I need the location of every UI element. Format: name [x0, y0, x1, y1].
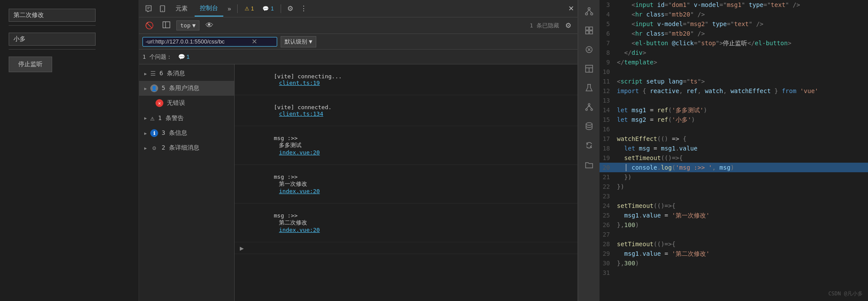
- extensions-icon[interactable]: [581, 23, 597, 38]
- line-num-9: 9: [600, 57, 617, 67]
- arrow-icon: ▶: [144, 71, 147, 76]
- level-select[interactable]: 默认级别 ▼: [281, 36, 316, 47]
- line-code-18: let msg = msg1.value: [617, 144, 868, 153]
- issues-label: 1 个问题：: [142, 53, 172, 61]
- inspect-icon[interactable]: [142, 3, 155, 14]
- devtools-issues: 1 个问题： 💬 1: [139, 50, 577, 64]
- more-tabs-button[interactable]: »: [225, 3, 234, 14]
- tree-icon[interactable]: [581, 99, 597, 115]
- hidden-count: 1 条已隐藏: [530, 22, 559, 30]
- log-value-1: 多多测试: [279, 142, 301, 148]
- msg2-input[interactable]: 小多: [9, 33, 96, 46]
- database-icon[interactable]: [581, 118, 597, 134]
- console-settings-icon[interactable]: ⚙: [563, 20, 574, 30]
- arrow-icon-verbose: ▶: [144, 146, 147, 150]
- msg1-input[interactable]: 第二次修改: [9, 9, 96, 22]
- git-icon[interactable]: [581, 3, 597, 19]
- log-source-2[interactable]: index.vue:20: [279, 188, 320, 194]
- console-entry-vite-connected: [vite] connected. client.ts:134: [235, 95, 577, 126]
- line-num-30: 30: [600, 258, 617, 268]
- clear-console-icon[interactable]: 🚫: [142, 20, 156, 30]
- sidebar-item-user[interactable]: ▶ 👤 5 条用户消息: [139, 81, 234, 96]
- tab-elements[interactable]: 元素: [170, 1, 193, 16]
- line-num-31: 31: [600, 268, 617, 278]
- device-icon[interactable]: [156, 3, 169, 14]
- code-line-29: 29 msg1.value = '第二次修改': [600, 249, 868, 258]
- line-num-28: 28: [600, 239, 617, 249]
- vite-connect-source[interactable]: client.ts:19: [279, 80, 320, 86]
- filter-input[interactable]: -url:http://127.0.0.1:5500/css/bc: [146, 38, 250, 45]
- line-code-20: │ console.log('msg :>> ', msg): [617, 163, 868, 172]
- log-source-3[interactable]: index.vue:20: [279, 227, 320, 233]
- sidebar-item-verbose[interactable]: ▶ ⚙ 2 条详细消息: [139, 140, 234, 155]
- log-prefix-3: msg :>>: [274, 212, 298, 219]
- line-code-4: <hr class="mtb20" />: [617, 10, 868, 19]
- sidebar-user-label: 5 条用户消息: [162, 84, 199, 92]
- refresh-icon[interactable]: [581, 137, 597, 153]
- sidebar-item-info[interactable]: ▶ ℹ 3 条信息: [139, 126, 234, 140]
- console-msg-log-2: msg :>> 第一次修改 index.vue:20: [240, 167, 572, 201]
- code-editor: 3 <input id="dom1" v-model="msg1" type="…: [600, 0, 868, 301]
- console-msg-vite-connected: [vite] connected. client.ts:134: [240, 97, 572, 124]
- line-code-15: let msg2 = ref('小多'): [617, 115, 868, 124]
- code-line-12: 12 import { reactive, ref, watch, watchE…: [600, 86, 868, 96]
- flask-icon[interactable]: [581, 80, 597, 96]
- line-num-16: 16: [600, 124, 617, 134]
- svg-line-22: [589, 105, 592, 109]
- line-code-26: },100): [617, 220, 868, 230]
- vite-connected-source[interactable]: client.ts:134: [279, 110, 323, 117]
- expand-arrow-button[interactable]: ▶: [240, 245, 244, 251]
- more-options-icon[interactable]: ⋮: [298, 3, 310, 14]
- context-select[interactable]: top ▼: [176, 20, 199, 30]
- debug-icon[interactable]: [581, 42, 597, 57]
- stop-button[interactable]: 停止监听: [9, 57, 52, 72]
- sidebar-item-all[interactable]: ▶ ☰ 6 条消息: [139, 66, 234, 81]
- code-line-8: 8 </div>: [600, 48, 868, 57]
- code-line-11: 11 <script setup lang="ts">: [600, 77, 868, 86]
- code-line-28: 28 setTimeout(()=>{: [600, 239, 868, 249]
- eye-icon[interactable]: 👁: [203, 20, 216, 31]
- code-line-14: 14 let msg1 = ref('多多测试'): [600, 105, 868, 115]
- code-line-18: 18 let msg = msg1.value: [600, 144, 868, 153]
- line-num-14: 14: [600, 105, 617, 115]
- context-label: top: [180, 22, 190, 29]
- svg-point-18: [588, 104, 590, 105]
- line-code-21: }): [617, 172, 868, 182]
- log-value-2: 第一次修改: [279, 181, 307, 187]
- filter-clear-button[interactable]: ✕: [252, 38, 257, 45]
- code-line-6: 6 <hr class="mtb20" />: [600, 29, 868, 38]
- settings-icon[interactable]: ⚙: [285, 3, 296, 14]
- line-code-28: setTimeout(()=>{: [617, 239, 868, 249]
- svg-point-5: [585, 13, 587, 15]
- input-group-2: 小多: [9, 33, 130, 50]
- console-msg-log-3: msg :>> 第二次修改 index.vue:20: [240, 206, 572, 240]
- issue-badge[interactable]: 💬 1: [176, 53, 192, 61]
- line-num-27: 27: [600, 230, 617, 239]
- line-num-26: 26: [600, 220, 617, 230]
- sidebar-item-warnings[interactable]: ▶ ⚠️ 1 条警告: [139, 110, 234, 126]
- console-expand-entry: ▶: [235, 242, 577, 254]
- tab-console[interactable]: 控制台: [195, 1, 223, 17]
- log-source-1[interactable]: index.vue:20: [279, 149, 320, 156]
- folder-icon[interactable]: [581, 157, 597, 172]
- sidebar-item-errors[interactable]: ✕ 无错误: [139, 96, 234, 110]
- code-line-27: 27: [600, 230, 868, 239]
- sidebar-toggle-icon[interactable]: [160, 20, 173, 31]
- line-num-24: 24: [600, 201, 617, 211]
- close-devtools-button[interactable]: ✕: [568, 4, 574, 13]
- vscode-sidebar: [578, 0, 600, 301]
- code-line-13: 13: [600, 96, 868, 105]
- svg-line-21: [586, 105, 589, 109]
- line-code-3: <input id="dom1" v-model="msg1" type="te…: [617, 0, 868, 10]
- layout-icon[interactable]: [581, 61, 597, 77]
- info-badge[interactable]: 💬 1: [259, 4, 277, 13]
- warning-badge[interactable]: ⚠ 1: [241, 4, 258, 13]
- vite-connect-text: [vite] connecting...: [274, 73, 342, 80]
- line-num-15: 15: [600, 115, 617, 124]
- line-code-16: [617, 124, 868, 134]
- svg-point-19: [586, 109, 587, 110]
- line-code-10: [617, 67, 868, 77]
- code-line-19: 19 setTimeout(()=>{: [600, 153, 868, 163]
- log-prefix-2: msg :>>: [274, 174, 298, 180]
- log-prefix-1: msg :>>: [274, 135, 298, 141]
